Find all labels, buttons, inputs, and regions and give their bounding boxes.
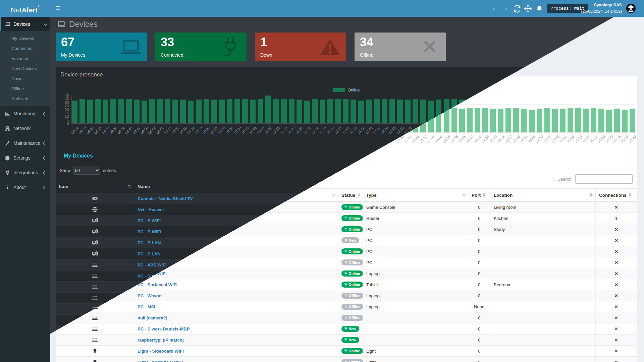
app-logo[interactable]: NetAlertx bbox=[0, 0, 50, 17]
chart-bar[interactable] bbox=[366, 100, 372, 123]
chart-bar[interactable] bbox=[149, 99, 155, 123]
chart-bar[interactable] bbox=[606, 110, 612, 132]
status-badge[interactable]: ✕Offline bbox=[341, 315, 363, 321]
sidebar-item-monitoring[interactable]: Monitoring bbox=[0, 106, 50, 121]
connections-clear-icon[interactable]: ✕ bbox=[614, 227, 618, 232]
chart-bar[interactable] bbox=[250, 100, 256, 123]
column-header-type[interactable]: Type⇅ bbox=[363, 189, 468, 201]
device-name-link[interactable]: PC - B WiFi bbox=[138, 229, 161, 234]
chart-bar[interactable] bbox=[110, 99, 116, 123]
connections-clear-icon[interactable]: ✕ bbox=[614, 260, 618, 265]
sort-icon[interactable]: ⇅ bbox=[628, 193, 632, 197]
chart-bar[interactable] bbox=[467, 108, 473, 132]
chart-bar[interactable] bbox=[498, 109, 503, 132]
chart-bar[interactable] bbox=[142, 101, 147, 123]
chart-bar[interactable] bbox=[281, 99, 287, 123]
chart-bar[interactable] bbox=[289, 99, 294, 123]
chart-bar[interactable] bbox=[544, 108, 550, 132]
chart-bar[interactable] bbox=[172, 100, 178, 123]
connections-count-link[interactable]: 1 bbox=[615, 216, 618, 221]
chart-bar[interactable] bbox=[490, 109, 496, 132]
chart-bar[interactable] bbox=[529, 110, 535, 132]
chart-bar[interactable] bbox=[513, 108, 519, 132]
sidebar-item-maintenance[interactable]: Maintenance bbox=[0, 136, 50, 150]
chart-bar[interactable] bbox=[382, 99, 387, 123]
connections-clear-icon[interactable]: ✕ bbox=[614, 315, 618, 320]
chart-bar[interactable] bbox=[591, 108, 596, 132]
chart-bar[interactable] bbox=[242, 99, 248, 123]
chart-bar[interactable] bbox=[351, 100, 356, 123]
status-badge[interactable]: ΨOnline bbox=[341, 248, 363, 254]
status-badge[interactable]: ΨOnline bbox=[341, 215, 363, 221]
chart-bar[interactable] bbox=[505, 108, 511, 132]
stat-card-connected[interactable]: 33Connected bbox=[155, 33, 247, 61]
device-name-link[interactable]: PC - Surface 4 WiFi bbox=[138, 282, 177, 287]
connections-clear-icon[interactable]: ✕ bbox=[614, 349, 618, 354]
chart-bar[interactable] bbox=[165, 99, 170, 123]
refresh-icon[interactable] bbox=[513, 5, 521, 12]
sidebar-item-network[interactable]: Network bbox=[0, 121, 50, 136]
column-header-status[interactable]: Status⇅ bbox=[338, 189, 363, 201]
device-name-link[interactable]: PC - MSI bbox=[138, 304, 155, 309]
chart-bar[interactable] bbox=[118, 99, 124, 123]
chart-bar[interactable] bbox=[622, 110, 628, 132]
status-badge[interactable]: ΨNew bbox=[341, 337, 359, 343]
device-name-link[interactable]: Console - Nvidia Shield TV bbox=[138, 196, 193, 201]
sort-icon[interactable]: ⇅ bbox=[128, 184, 131, 189]
chart-bar[interactable] bbox=[537, 109, 542, 132]
chart-bar[interactable] bbox=[72, 101, 77, 123]
chart-bar[interactable] bbox=[188, 101, 194, 123]
status-badge[interactable]: ΨOnline bbox=[341, 348, 363, 354]
status-badge[interactable]: ΨOnline bbox=[341, 282, 363, 288]
sidebar-item-about[interactable]: iAbout bbox=[0, 180, 50, 195]
status-badge[interactable]: ✕Offline bbox=[341, 359, 363, 362]
chart-bar[interactable] bbox=[258, 99, 263, 123]
sort-icon[interactable]: ⇅ bbox=[482, 193, 486, 197]
chart-bar[interactable] bbox=[273, 99, 279, 123]
notifications-bell-icon[interactable] bbox=[535, 5, 543, 12]
chart-bar[interactable] bbox=[459, 109, 465, 132]
chart-bar[interactable] bbox=[397, 100, 403, 123]
chart-bar[interactable] bbox=[320, 100, 325, 123]
user-avatar[interactable] bbox=[626, 3, 636, 13]
sidebar-item-archived[interactable]: Archived bbox=[0, 94, 50, 104]
chart-bar[interactable] bbox=[598, 109, 604, 132]
chart-bar[interactable] bbox=[79, 99, 85, 123]
device-name-link[interactable]: PC - S LAN bbox=[138, 251, 161, 256]
column-header-icon[interactable]: Icon⇅ bbox=[56, 180, 134, 193]
stat-card-my-devices[interactable]: 67My Devices bbox=[56, 33, 147, 61]
search-input[interactable] bbox=[575, 174, 633, 184]
status-badge[interactable]: ✕Offline bbox=[341, 259, 363, 265]
column-header-location[interactable]: Location⇅ bbox=[490, 189, 596, 201]
sort-icon[interactable]: ⇅ bbox=[332, 193, 335, 197]
chart-bar[interactable] bbox=[358, 101, 364, 123]
sort-icon[interactable]: ⇅ bbox=[462, 193, 465, 197]
chart-bar[interactable] bbox=[204, 99, 209, 123]
sidebar-item-devices[interactable]: Devices bbox=[0, 17, 50, 31]
chart-bar[interactable] bbox=[482, 108, 488, 132]
move-resize-icon[interactable] bbox=[524, 5, 532, 12]
stat-card-offline[interactable]: 34Offline✕ bbox=[355, 33, 446, 61]
device-name-link[interactable]: raspberrypi (IP match) bbox=[138, 338, 184, 343]
chart-bar[interactable] bbox=[126, 99, 132, 123]
chart-bar[interactable] bbox=[568, 108, 573, 132]
device-name-link[interactable]: PC - B LAN bbox=[138, 240, 161, 245]
chart-bar[interactable] bbox=[327, 99, 333, 123]
chart-bar[interactable] bbox=[234, 99, 240, 123]
chart-bar[interactable] bbox=[451, 108, 457, 132]
device-name-link[interactable]: null (camera?) bbox=[138, 315, 167, 320]
sort-icon[interactable]: ⇅ bbox=[357, 193, 360, 197]
connections-clear-icon[interactable]: ✕ bbox=[614, 360, 618, 362]
chart-bar[interactable] bbox=[265, 96, 271, 123]
sidebar-item-my-devices[interactable]: My Devices bbox=[0, 34, 50, 44]
chart-bar[interactable] bbox=[227, 99, 232, 123]
chart-bar[interactable] bbox=[521, 109, 527, 132]
status-badge[interactable]: ΨOnline bbox=[341, 270, 363, 277]
page-length-select[interactable]: 50 bbox=[73, 166, 100, 175]
connections-clear-icon[interactable]: ✕ bbox=[614, 249, 618, 254]
chart-bar[interactable] bbox=[297, 100, 302, 123]
chart-bar[interactable] bbox=[389, 99, 395, 123]
device-name-link[interactable]: Light - Sideboard WiFi bbox=[138, 349, 184, 354]
nav-forward-icon[interactable]: → bbox=[502, 5, 510, 12]
connections-clear-icon[interactable]: ✕ bbox=[614, 338, 618, 343]
